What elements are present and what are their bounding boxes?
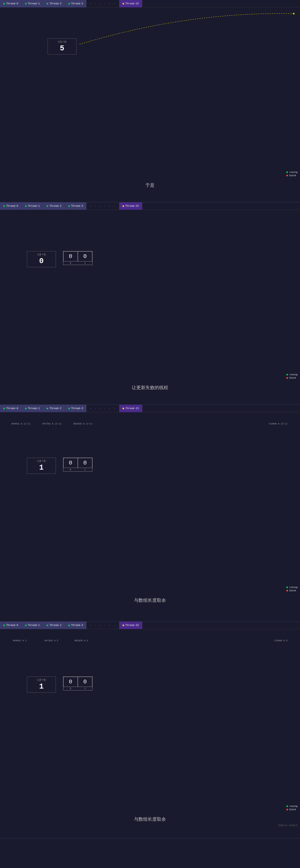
tab-label: Thread-3 <box>71 624 83 627</box>
array-index-0-2: 0 <box>63 261 78 265</box>
tab-thread15-p3[interactable]: Thread-15 <box>119 405 142 412</box>
tab-thread2-p1[interactable]: Thread-2 <box>43 0 65 7</box>
thread-dot-green <box>68 205 70 207</box>
array-cell-0-4: 0 <box>63 677 78 687</box>
array-indices-3: 0 1 <box>63 468 92 471</box>
array-indices-4: 0 1 <box>63 687 92 690</box>
legend-blocked-3: block <box>287 589 298 592</box>
tab-thread0-p1[interactable]: Thread-0 <box>0 0 22 7</box>
thread-dot-green <box>3 408 5 409</box>
tab-thread1-p4[interactable]: Thread-1 <box>22 622 44 629</box>
legend-blocked-label-4: block <box>289 808 296 811</box>
panel-1-content: 元素个数 5 runing block 于是 <box>0 7 300 193</box>
tab-thread15-p1[interactable]: Thread-15 <box>119 0 142 7</box>
thread-dot-green <box>47 3 48 4</box>
tab-label: Thread-0 <box>6 407 18 410</box>
thread-info-2-p4: 861025 % 2 <box>75 640 88 642</box>
array-cell-0-3: 0 <box>63 458 78 468</box>
tab-label: Thread-2 <box>50 407 61 410</box>
thread-tabs-3: Thread-0 Thread-1 Thread-2 Thread-3 · · … <box>0 405 300 412</box>
element-count-label-1: 元素个数 <box>52 40 72 43</box>
tab-label: Thread-15 <box>126 407 139 410</box>
element-count-value-2: 0 <box>31 257 52 266</box>
tab-label: Thread-0 <box>6 624 18 627</box>
array-cell-1-3: 0 <box>78 458 92 468</box>
legend-running-3: runing <box>287 586 298 589</box>
element-count-box-4: 元素个数 1 <box>27 677 56 693</box>
tab-thread1-p1[interactable]: Thread-1 <box>22 0 44 7</box>
thread-tabs-1: Thread-0 Thread-1 Thread-2 Thread-3 · · … <box>0 0 300 7</box>
panel-caption-2: 让更新失败的线程 <box>132 384 168 391</box>
tab-thread2-label: Thread-2 <box>50 2 61 5</box>
thread-tabs-2: Thread-0 Thread-1 Thread-2 Thread-3 · · … <box>0 203 300 210</box>
panel-3: Thread-0 Thread-1 Thread-2 Thread-3 · · … <box>0 405 300 622</box>
tab-label: Thread-0 <box>6 205 18 208</box>
tab-thread2-p3[interactable]: Thread-2 <box>43 405 65 412</box>
tab-dots-p3: · · · · · · <box>86 405 119 412</box>
thread-dot-yellow <box>122 205 124 207</box>
thread-dot-yellow <box>122 624 124 626</box>
thread-dot-yellow <box>122 408 124 409</box>
thread-dot-green <box>47 205 48 207</box>
tab-label: Thread-1 <box>28 624 40 627</box>
legend-dot-red-1 <box>287 175 288 176</box>
tab-thread15-p4[interactable]: Thread-15 <box>119 622 142 629</box>
tab-dots-p4: · · · · · · <box>86 622 119 629</box>
thread-dot-green <box>3 3 5 4</box>
tab-thread1-p3[interactable]: Thread-1 <box>22 405 44 412</box>
element-count-box-2: 元素个数 0 <box>27 251 56 267</box>
tab-label: Thread-3 <box>71 205 83 208</box>
array-cell-1-2: 0 <box>78 251 92 261</box>
panel-2-content: 元素个数 0 0 0 0 1 runing block <box>0 210 300 396</box>
thread-dot-green <box>3 624 5 626</box>
tab-thread3-p1[interactable]: Thread-3 <box>65 0 87 7</box>
legend-running-label-2: runing <box>289 373 298 376</box>
panel-1: Thread-0 Thread-1 Thread-2 Thread-3 · · … <box>0 0 300 203</box>
array-values-3: 0 0 <box>63 458 92 468</box>
tab-label: Thread-2 <box>50 624 61 627</box>
legend-dot-green-1 <box>287 172 288 173</box>
legend-running-2: runing <box>287 373 298 376</box>
thread-dot-green <box>68 3 70 4</box>
legend-1: runing block <box>287 171 298 177</box>
panel-caption-4: 与数组长度取余 <box>134 816 166 823</box>
tab-thread1-p2[interactable]: Thread-1 <box>22 203 44 210</box>
legend-dot-red-3 <box>287 590 288 591</box>
tab-thread3-p3[interactable]: Thread-3 <box>65 405 87 412</box>
tab-thread3-p2[interactable]: Thread-3 <box>65 203 87 210</box>
thread-dot-green <box>68 624 70 626</box>
element-count-label-2: 元素个数 <box>31 253 52 256</box>
tab-label: Thread-15 <box>126 624 139 627</box>
thread-dot-green <box>25 205 27 207</box>
element-count-value-4: 1 <box>31 682 52 691</box>
legend-running-1: runing <box>287 171 298 174</box>
legend-blocked-4: block <box>287 808 298 811</box>
tab-thread2-p4[interactable]: Thread-2 <box>43 622 65 629</box>
array-index-1-3: 1 <box>78 468 92 471</box>
array-index-0-3: 0 <box>63 468 78 471</box>
thread-dot-green <box>25 408 27 409</box>
tab-thread0-p3[interactable]: Thread-0 <box>0 405 22 412</box>
tab-thread15-p2[interactable]: Thread-15 <box>119 203 142 210</box>
tab-dots-p2: · · · · · · <box>86 203 119 210</box>
tab-thread3-p4[interactable]: Thread-3 <box>65 622 87 629</box>
svg-point-0 <box>293 13 295 14</box>
array-index-1-2: 1 <box>78 261 92 265</box>
legend-running-label-3: runing <box>289 586 298 589</box>
legend-running-4: runing <box>287 805 298 807</box>
tab-label: Thread-3 <box>71 407 83 410</box>
thread-dot-yellow <box>122 3 124 4</box>
tab-thread0-p2[interactable]: Thread-0 <box>0 203 22 210</box>
panel-3-content: 664031 & (2-1) 947262 & (2-1) 861025 & (… <box>0 412 300 609</box>
legend-dot-red-4 <box>287 809 288 810</box>
legend-blocked-label-3: block <box>289 589 296 592</box>
tab-label: Thread-1 <box>28 407 40 410</box>
tab-thread0-p4[interactable]: Thread-0 <box>0 622 22 629</box>
tab-label: Thread-1 <box>28 205 40 208</box>
thread-dot-green <box>47 624 48 626</box>
tab-thread2-p2[interactable]: Thread-2 <box>43 203 65 210</box>
tab-thread1-label: Thread-1 <box>28 2 40 5</box>
element-count-box-1: 元素个数 5 <box>48 38 77 55</box>
array-index-1-4: 1 <box>78 687 92 690</box>
thread-dot-green <box>47 408 48 409</box>
